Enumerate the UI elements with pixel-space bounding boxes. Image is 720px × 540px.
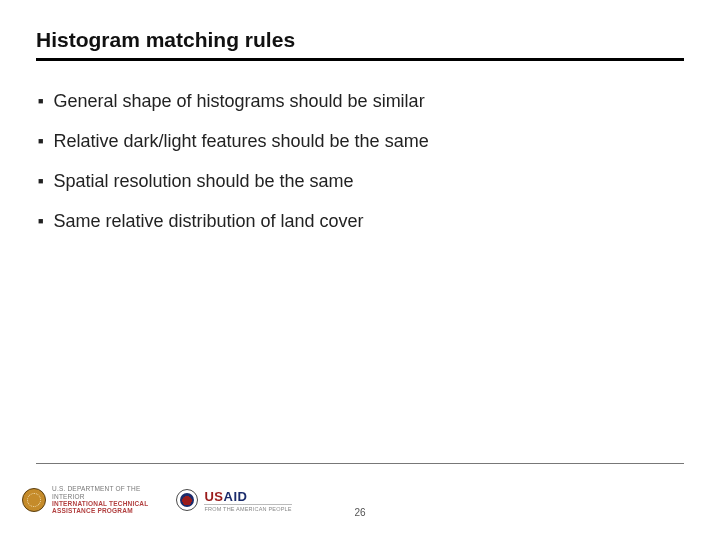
slide-title: Histogram matching rules	[36, 28, 684, 52]
slide: Histogram matching rules ■ General shape…	[0, 0, 720, 540]
bullet-icon: ■	[38, 169, 43, 193]
usaid-main: USAID	[204, 489, 291, 504]
title-block: Histogram matching rules	[36, 28, 684, 61]
bullet-icon: ■	[38, 129, 43, 153]
doi-line1: U.S. DEPARTMENT OF THE	[52, 485, 148, 492]
footer-rule	[36, 463, 684, 464]
list-item: ■ General shape of histograms should be …	[38, 89, 684, 113]
page-number: 26	[0, 507, 720, 518]
bullet-icon: ■	[38, 209, 43, 233]
bullet-text: General shape of histograms should be si…	[53, 89, 424, 113]
usaid-main-rest: AID	[224, 489, 248, 504]
bullet-text: Spatial resolution should be the same	[53, 169, 353, 193]
list-item: ■ Relative dark/light features should be…	[38, 129, 684, 153]
title-rule	[36, 58, 684, 61]
list-item: ■ Same relative distribution of land cov…	[38, 209, 684, 233]
list-item: ■ Spatial resolution should be the same	[38, 169, 684, 193]
bullet-text: Same relative distribution of land cover	[53, 209, 363, 233]
bullet-icon: ■	[38, 89, 43, 113]
bullet-text: Relative dark/light features should be t…	[53, 129, 428, 153]
bullet-list: ■ General shape of histograms should be …	[36, 89, 684, 233]
doi-line2: INTERIOR	[52, 493, 148, 500]
